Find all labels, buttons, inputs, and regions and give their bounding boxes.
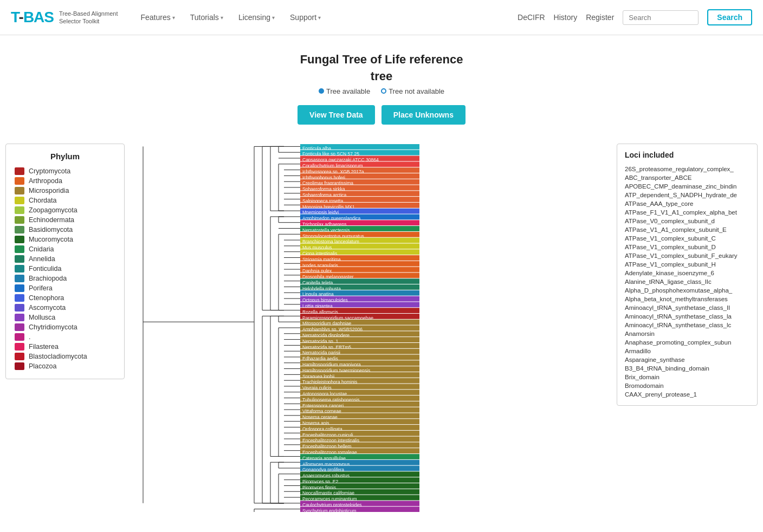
loci-item: Armadillo	[625, 347, 749, 355]
loci-item: Alanine_tRNA_ligase_class_IIc	[625, 277, 749, 286]
legend-not-available-dot	[381, 88, 386, 94]
phylum-swatch	[15, 197, 24, 204]
nav-features[interactable]: Features ▾	[134, 9, 181, 26]
phylum-item: Ctenophora	[15, 293, 115, 303]
loci-item: ABC_transporter_ABCE	[625, 173, 749, 182]
loci-title: Loci included	[625, 151, 749, 159]
phylum-list: CryptomycotaArthropodaMicrosporidiaChord…	[15, 166, 115, 371]
phylum-swatch	[15, 187, 24, 194]
phylum-label: Mucoromycota	[29, 236, 73, 243]
phylum-label: Mollusca	[29, 314, 55, 321]
phylum-label: Blastocladiomycota	[29, 353, 87, 360]
phylum-item: Brachiopoda	[15, 274, 115, 283]
phylum-swatch	[15, 333, 24, 341]
loci-item: Adenylate_kinase_isoenzyme_6	[625, 269, 749, 277]
phylum-swatch	[15, 275, 24, 282]
chevron-down-icon: ▾	[272, 15, 275, 21]
phylum-item: Ascomycota	[15, 303, 115, 313]
phylum-item: Annelida	[15, 254, 115, 264]
phylum-item: Cryptomycota	[15, 166, 115, 176]
view-tree-data-button[interactable]: View Tree Data	[298, 105, 375, 125]
phylum-label: Echinodermata	[29, 216, 74, 224]
phylum-label: Brachiopoda	[29, 275, 67, 282]
loci-item: CAAX_prenyl_protease_1	[625, 390, 749, 399]
loci-item: 26S_proteasome_regulatory_complex_	[625, 165, 749, 173]
loci-item: Bromodomain	[625, 381, 749, 390]
phylum-swatch	[15, 216, 24, 224]
place-unknowns-button[interactable]: Place Unknowns	[382, 105, 465, 125]
nav-tutorials[interactable]: Tutorials ▾	[184, 9, 230, 26]
loci-item: ATPase_V0_complex_subunit_d	[625, 217, 749, 225]
phylum-label: Chordata	[29, 197, 56, 204]
loci-item: Alpha_D_phosphohexomutase_alpha_	[625, 286, 749, 295]
navbar: T-BAS Tree-Based Alignment Selector Tool…	[0, 0, 763, 35]
phylum-label: .	[29, 333, 30, 341]
phylum-swatch	[15, 167, 24, 175]
phylum-label: Chytridiomycota	[29, 323, 77, 331]
brand-logo-link[interactable]: T-BAS Tree-Based Alignment Selector Tool…	[11, 9, 118, 26]
phylum-label: Placozoa	[29, 362, 56, 370]
phylum-item: Placozoa	[15, 361, 115, 371]
nav-support[interactable]: Support ▾	[283, 9, 327, 26]
legend-not-available: Tree not available	[381, 87, 444, 95]
brand-logo: T-BAS	[11, 9, 54, 26]
phylum-panel: Phylum CryptomycotaArthropodaMicrosporid…	[5, 144, 125, 379]
loci-item: APOBEC_CMP_deaminase_zinc_bindin	[625, 182, 749, 191]
legend-available: Tree available	[319, 87, 370, 95]
phylum-swatch	[15, 284, 24, 292]
phylum-swatch	[15, 265, 24, 273]
phylum-label: Cnidaria	[29, 245, 54, 253]
phylum-label: Fonticulida	[29, 265, 61, 273]
main-area: Phylum CryptomycotaArthropodaMicrosporid…	[0, 144, 763, 514]
chevron-down-icon: ▾	[318, 15, 321, 21]
chevron-down-icon: ▾	[221, 15, 223, 21]
loci-item: Aminoacyl_tRNA_synthetase_class_II	[625, 303, 749, 312]
loci-item: Anamorsin	[625, 329, 749, 338]
nav-decifr[interactable]: DeCIFR	[518, 13, 545, 22]
phylum-item: Mollusca	[15, 313, 115, 322]
phylum-label: Ascomycota	[29, 304, 66, 312]
loci-item: Brix_domain	[625, 373, 749, 381]
phylum-swatch	[15, 304, 24, 312]
tree-legend: Tree available Tree not available	[0, 87, 763, 95]
loci-item: Aminoacyl_tRNA_synthetase_class_lc	[625, 321, 749, 329]
phylum-label: Cryptomycota	[29, 167, 70, 175]
loci-item: Asparagine_synthase	[625, 355, 749, 364]
phylum-swatch	[15, 226, 24, 233]
legend-available-dot	[319, 88, 324, 94]
search-input[interactable]	[623, 10, 699, 25]
phylum-swatch	[15, 206, 24, 214]
phylum-swatch	[15, 255, 24, 263]
phylum-item: Chordata	[15, 196, 115, 205]
phylum-label: Ctenophora	[29, 294, 64, 302]
phylum-swatch	[15, 343, 24, 351]
phylum-label: Microsporidia	[29, 187, 69, 194]
chevron-down-icon: ▾	[172, 15, 175, 21]
button-group: View Tree Data Place Unknowns	[0, 105, 763, 125]
loci-item: ATPase_V1_A1_complex_subunit_E	[625, 225, 749, 234]
loci-item: Anaphase_promoting_complex_subun	[625, 338, 749, 347]
loci-item: Alpha_beta_knot_methyltransferases	[625, 295, 749, 303]
loci-item: B3_B4_tRNA_binding_domain	[625, 364, 749, 373]
phylum-swatch	[15, 294, 24, 302]
loci-item: Aminoacyl_tRNA_synthetase_class_la	[625, 312, 749, 321]
nav-register[interactable]: Register	[586, 13, 614, 22]
search-button[interactable]: Search	[707, 9, 752, 25]
loci-item: ATPase_V1_complex_subunit_C	[625, 234, 749, 243]
tree-area[interactable]: Fonticula albaFonticula like sp SCN 57 2…	[125, 144, 617, 514]
phylum-swatch	[15, 323, 24, 331]
phylum-label: Filasterea	[29, 343, 59, 351]
page-title-area: Fungal Tree of Life reference tree Tree …	[0, 35, 763, 144]
loci-item: ATPase_V1_complex_subunit_D	[625, 243, 749, 251]
phylum-item: Cnidaria	[15, 244, 115, 254]
brand-tagline: Tree-Based Alignment Selector Toolkit	[59, 10, 118, 25]
phylum-swatch	[15, 177, 24, 185]
loci-item: ATPase_AAA_type_core	[625, 199, 749, 208]
nav-history[interactable]: History	[554, 13, 578, 22]
nav-licensing[interactable]: Licensing ▾	[232, 9, 281, 26]
phylum-label: Arthropoda	[29, 177, 62, 185]
loci-list: 26S_proteasome_regulatory_complex_ABC_tr…	[625, 165, 749, 399]
loci-item: ATPase_F1_V1_A1_complex_alpha_bet	[625, 208, 749, 217]
tree-svg: Fonticula albaFonticula like sp SCN 57 2…	[127, 144, 441, 512]
phylum-item: Microsporidia	[15, 186, 115, 196]
